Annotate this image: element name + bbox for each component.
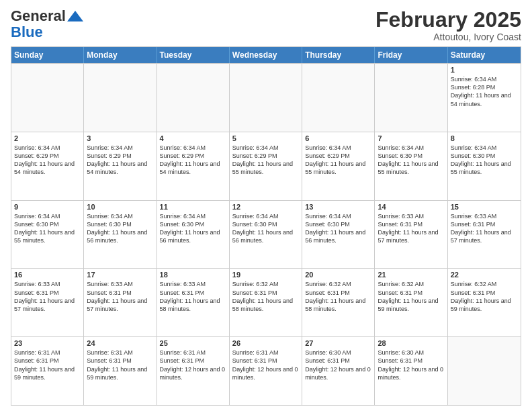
calendar-cell: 28Sunrise: 6:30 AM Sunset: 6:31 PM Dayli… [375, 337, 447, 405]
day-number: 19 [232, 271, 299, 279]
calendar-row: 23Sunrise: 6:31 AM Sunset: 6:31 PM Dayli… [11, 336, 521, 405]
calendar-cell: 16Sunrise: 6:33 AM Sunset: 6:31 PM Dayli… [11, 269, 84, 336]
weekday-label: Wednesday [230, 47, 302, 63]
calendar-cell: 7Sunrise: 6:34 AM Sunset: 6:30 PM Daylig… [375, 132, 447, 200]
day-info: Sunrise: 6:34 AM Sunset: 6:30 PM Dayligh… [451, 144, 518, 177]
logo: General Blue [11, 8, 83, 40]
day-info: Sunrise: 6:31 AM Sunset: 6:31 PM Dayligh… [232, 349, 299, 381]
day-info: Sunrise: 6:34 AM Sunset: 6:30 PM Dayligh… [14, 212, 81, 245]
calendar-cell: 6Sunrise: 6:34 AM Sunset: 6:29 PM Daylig… [302, 132, 375, 200]
calendar-cell: 1Sunrise: 6:34 AM Sunset: 6:28 PM Daylig… [448, 64, 521, 132]
calendar-cell: 15Sunrise: 6:33 AM Sunset: 6:31 PM Dayli… [448, 201, 521, 269]
day-number: 3 [87, 134, 153, 142]
calendar-cell [11, 64, 84, 132]
location-text: Attoutou, Ivory Coast [375, 32, 521, 42]
day-info: Sunrise: 6:34 AM Sunset: 6:30 PM Dayligh… [232, 212, 299, 245]
title-block: February 2025 Attoutou, Ivory Coast [375, 8, 521, 42]
day-number: 21 [378, 271, 444, 279]
day-info: Sunrise: 6:33 AM Sunset: 6:31 PM Dayligh… [14, 280, 81, 313]
calendar-cell: 3Sunrise: 6:34 AM Sunset: 6:29 PM Daylig… [84, 132, 157, 200]
day-number: 12 [232, 203, 299, 211]
day-info: Sunrise: 6:31 AM Sunset: 6:31 PM Dayligh… [87, 349, 153, 381]
day-number: 8 [451, 134, 518, 142]
day-number: 11 [160, 203, 226, 211]
day-info: Sunrise: 6:33 AM Sunset: 6:31 PM Dayligh… [87, 280, 153, 313]
calendar-cell: 12Sunrise: 6:34 AM Sunset: 6:30 PM Dayli… [230, 201, 302, 269]
day-info: Sunrise: 6:32 AM Sunset: 6:31 PM Dayligh… [232, 280, 299, 313]
calendar-header: SundayMondayTuesdayWednesdayThursdayFrid… [11, 47, 521, 63]
day-number: 20 [305, 271, 371, 279]
calendar-cell: 20Sunrise: 6:32 AM Sunset: 6:31 PM Dayli… [302, 269, 375, 336]
day-info: Sunrise: 6:34 AM Sunset: 6:30 PM Dayligh… [305, 212, 371, 245]
day-info: Sunrise: 6:33 AM Sunset: 6:31 PM Dayligh… [160, 280, 226, 313]
month-title: February 2025 [375, 8, 521, 32]
calendar-cell: 25Sunrise: 6:31 AM Sunset: 6:31 PM Dayli… [157, 337, 230, 405]
calendar-cell: 13Sunrise: 6:34 AM Sunset: 6:30 PM Dayli… [302, 201, 375, 269]
day-info: Sunrise: 6:34 AM Sunset: 6:29 PM Dayligh… [160, 144, 226, 177]
weekday-label: Saturday [448, 47, 521, 63]
day-number: 10 [87, 203, 153, 211]
calendar-cell: 19Sunrise: 6:32 AM Sunset: 6:31 PM Dayli… [230, 269, 302, 336]
calendar-cell: 8Sunrise: 6:34 AM Sunset: 6:30 PM Daylig… [448, 132, 521, 200]
day-info: Sunrise: 6:31 AM Sunset: 6:31 PM Dayligh… [160, 349, 226, 381]
day-number: 4 [160, 134, 226, 142]
calendar-cell: 2Sunrise: 6:34 AM Sunset: 6:29 PM Daylig… [11, 132, 84, 200]
day-info: Sunrise: 6:34 AM Sunset: 6:30 PM Dayligh… [87, 212, 153, 245]
day-number: 15 [451, 203, 518, 211]
calendar-cell [84, 64, 157, 132]
weekday-label: Sunday [11, 47, 84, 63]
day-info: Sunrise: 6:30 AM Sunset: 6:31 PM Dayligh… [378, 349, 444, 381]
calendar-cell [157, 64, 230, 132]
weekday-label: Monday [84, 47, 157, 63]
calendar-container: General Blue February 2025 Attoutou, Ivo… [0, 0, 532, 411]
calendar-cell: 24Sunrise: 6:31 AM Sunset: 6:31 PM Dayli… [84, 337, 157, 405]
calendar: SundayMondayTuesdayWednesdayThursdayFrid… [11, 46, 521, 406]
calendar-cell: 14Sunrise: 6:33 AM Sunset: 6:31 PM Dayli… [375, 201, 447, 269]
calendar-cell [375, 64, 447, 132]
calendar-cell [230, 64, 302, 132]
svg-marker-0 [67, 11, 83, 21]
calendar-cell [302, 64, 375, 132]
calendar-cell [448, 337, 521, 405]
day-number: 9 [14, 203, 81, 211]
calendar-cell: 11Sunrise: 6:34 AM Sunset: 6:30 PM Dayli… [157, 201, 230, 269]
day-number: 6 [305, 134, 371, 142]
day-info: Sunrise: 6:34 AM Sunset: 6:29 PM Dayligh… [87, 144, 153, 177]
day-info: Sunrise: 6:32 AM Sunset: 6:31 PM Dayligh… [378, 280, 444, 313]
day-info: Sunrise: 6:32 AM Sunset: 6:31 PM Dayligh… [451, 280, 518, 313]
calendar-row: 2Sunrise: 6:34 AM Sunset: 6:29 PM Daylig… [11, 132, 521, 200]
day-number: 13 [305, 203, 371, 211]
day-info: Sunrise: 6:34 AM Sunset: 6:30 PM Dayligh… [160, 212, 226, 245]
logo-icon [67, 9, 83, 23]
day-info: Sunrise: 6:33 AM Sunset: 6:31 PM Dayligh… [451, 212, 518, 245]
calendar-cell: 5Sunrise: 6:34 AM Sunset: 6:29 PM Daylig… [230, 132, 302, 200]
calendar-row: 16Sunrise: 6:33 AM Sunset: 6:31 PM Dayli… [11, 268, 521, 336]
calendar-cell: 22Sunrise: 6:32 AM Sunset: 6:31 PM Dayli… [448, 269, 521, 336]
day-number: 23 [14, 339, 81, 347]
day-number: 24 [87, 339, 153, 347]
calendar-cell: 17Sunrise: 6:33 AM Sunset: 6:31 PM Dayli… [84, 269, 157, 336]
day-number: 5 [232, 134, 299, 142]
logo-blue-text: Blue [11, 24, 43, 40]
day-info: Sunrise: 6:34 AM Sunset: 6:30 PM Dayligh… [378, 144, 444, 177]
day-number: 18 [160, 271, 226, 279]
day-info: Sunrise: 6:30 AM Sunset: 6:31 PM Dayligh… [305, 349, 371, 381]
day-info: Sunrise: 6:34 AM Sunset: 6:29 PM Dayligh… [232, 144, 299, 177]
calendar-row: 9Sunrise: 6:34 AM Sunset: 6:30 PM Daylig… [11, 200, 521, 269]
calendar-cell: 10Sunrise: 6:34 AM Sunset: 6:30 PM Dayli… [84, 201, 157, 269]
day-number: 25 [160, 339, 226, 347]
day-info: Sunrise: 6:34 AM Sunset: 6:29 PM Dayligh… [305, 144, 371, 177]
day-number: 28 [378, 339, 444, 347]
day-info: Sunrise: 6:31 AM Sunset: 6:31 PM Dayligh… [14, 349, 81, 381]
calendar-cell: 26Sunrise: 6:31 AM Sunset: 6:31 PM Dayli… [230, 337, 302, 405]
calendar-body: 1Sunrise: 6:34 AM Sunset: 6:28 PM Daylig… [11, 63, 521, 405]
weekday-label: Thursday [302, 47, 375, 63]
day-number: 27 [305, 339, 371, 347]
day-number: 2 [14, 134, 81, 142]
calendar-cell: 27Sunrise: 6:30 AM Sunset: 6:31 PM Dayli… [302, 337, 375, 405]
day-info: Sunrise: 6:34 AM Sunset: 6:29 PM Dayligh… [14, 144, 81, 177]
calendar-cell: 9Sunrise: 6:34 AM Sunset: 6:30 PM Daylig… [11, 201, 84, 269]
day-number: 7 [378, 134, 444, 142]
day-number: 1 [451, 66, 518, 74]
logo-general-text: General [11, 8, 66, 24]
